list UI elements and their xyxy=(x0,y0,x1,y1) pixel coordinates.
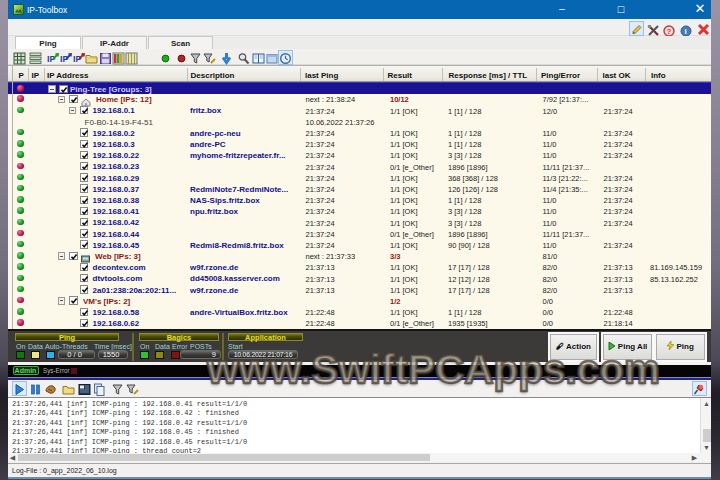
svg-text:?: ? xyxy=(667,27,672,36)
svg-text:i: i xyxy=(685,27,687,36)
